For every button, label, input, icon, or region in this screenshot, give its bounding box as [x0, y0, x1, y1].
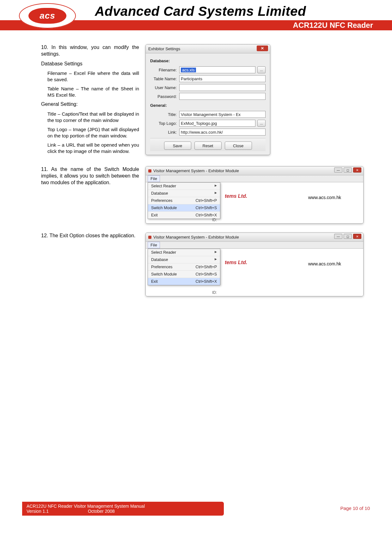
menu-switch-label: Switch Module [151, 206, 177, 210]
db-heading: Database Settings [41, 61, 139, 67]
lbl-user: User Name: [150, 85, 179, 90]
menu-bar: File [146, 175, 363, 182]
page-header: acs Advanced Card Systems Limited ACR122… [0, 0, 392, 35]
menu-select-reader-label: Select Reader [151, 184, 176, 188]
reset-button[interactable]: Reset [194, 142, 222, 150]
lbl-link: Link: [150, 130, 179, 135]
dialog-body: Database: Filename: acs.xls ... Table Na… [146, 53, 270, 155]
mod1-body: Select Reader ▶ Database ▶ Preferences C… [146, 182, 363, 223]
menu-switch-shortcut: Ctrl+Shift+S [196, 272, 217, 276]
input-user[interactable] [179, 84, 266, 91]
lbl-filename: Filename: [150, 68, 179, 72]
maximize-icon[interactable]: ◻ [344, 234, 352, 239]
close-button[interactable]: Close [225, 142, 252, 150]
mod1-title: Visitor Management System - Exhibitor Mo… [153, 168, 239, 173]
window-buttons: — ◻ ✕ [334, 234, 361, 239]
chevron-right-icon: ▶ [215, 191, 217, 196]
step-12-figure: Visitor Management System - Exhibitor Mo… [145, 233, 364, 296]
step-12-row: 12. The Exit Option closes the applicati… [41, 233, 364, 296]
input-table[interactable]: Participants [179, 75, 266, 82]
lbl-table: Table Name: [150, 76, 179, 81]
menu-preferences[interactable]: Preferences Ctrl+Shift+P [148, 197, 220, 204]
menu-preferences-shortcut: Ctrl+Shift+P [196, 265, 217, 269]
brand-url: www.acs.com.hk [308, 261, 341, 266]
group-database: Database: [150, 57, 266, 64]
group-general: General: [150, 102, 266, 109]
footer-date: October 2008 [88, 509, 115, 514]
footer-line1: ACR122U NFC Reader Visitor Management Sy… [27, 504, 219, 509]
chevron-right-icon: ▶ [215, 184, 217, 188]
val-filename: acs.xls [181, 68, 196, 72]
row-pass: Password: [150, 93, 266, 100]
id-label: ID: [212, 218, 217, 222]
minimize-icon[interactable]: — [334, 167, 342, 173]
footer-red: ACR122U NFC Reader Visitor Management Sy… [22, 502, 224, 516]
file-menu-dropdown: Select Reader ▶ Database ▶ Preferences C… [148, 182, 220, 219]
row-logo: Top Logo: ExMod_Toplogo.jpg ... [150, 120, 266, 127]
menu-database-label: Database [151, 191, 168, 196]
menu-bar: File [146, 242, 363, 249]
menu-file[interactable]: File [148, 242, 160, 248]
footer-page: Page 10 of 10 [340, 506, 370, 511]
save-button[interactable]: Save [164, 142, 191, 150]
gen-title-desc: Title – Caption/Text that will be displa… [41, 111, 139, 123]
input-pass[interactable] [179, 93, 266, 100]
menu-preferences-label: Preferences [151, 198, 172, 203]
lbl-pass: Password: [150, 94, 179, 99]
id-label: ID: [212, 290, 217, 295]
menu-exit[interactable]: Exit Ctrl+Shift+X [148, 212, 220, 219]
row-table: Table Name: Participants [150, 75, 266, 82]
logo-text: acs [28, 8, 66, 24]
close-icon[interactable]: ✕ [257, 45, 268, 51]
menu-database[interactable]: Database ▶ [148, 190, 220, 197]
menu-switch-label: Switch Module [151, 272, 177, 276]
menu-switch-module[interactable]: Switch Module Ctrl+Shift+S [148, 204, 220, 212]
input-link[interactable]: http://www.acs.com.hk/ [179, 129, 266, 136]
row-title: Title: Visitor Management System - Ex [150, 111, 266, 118]
menu-file[interactable]: File [148, 175, 160, 182]
menu-preferences[interactable]: Preferences Ctrl+Shift+P [148, 263, 220, 271]
brand-url: www.acs.com.hk [308, 195, 341, 200]
row-link: Link: http://www.acs.com.hk/ [150, 129, 266, 136]
close-icon[interactable]: ✕ [353, 167, 361, 173]
maximize-icon[interactable]: ◻ [344, 167, 352, 173]
step-11-figure: Visitor Management System - Exhibitor Mo… [145, 166, 364, 224]
minimize-icon[interactable]: — [334, 234, 342, 239]
menu-exit-shortcut: Ctrl+Shift+X [196, 213, 217, 217]
brand-fragment: tems Ltd. [225, 260, 247, 265]
brand-fragment: tems Ltd. [225, 193, 247, 199]
menu-database-label: Database [151, 257, 168, 262]
input-filename[interactable]: acs.xls [179, 66, 255, 73]
input-logo[interactable]: ExMod_Toplogo.jpg [179, 120, 255, 127]
app-icon [148, 169, 151, 173]
mod2-body: Select Reader ▶ Database ▶ Preferences C… [146, 249, 363, 296]
mod2-titlebar: Visitor Management System - Exhibitor Mo… [146, 233, 363, 242]
row-user: User Name: [150, 84, 266, 91]
footer-version: Version 1.1 [27, 509, 49, 514]
menu-switch-module[interactable]: Switch Module Ctrl+Shift+S [148, 271, 220, 278]
step-11-row: 11. As the name of the Switch Module imp… [41, 166, 364, 224]
menu-exit[interactable]: Exit Ctrl+Shift+X [148, 278, 220, 285]
exhibitor-settings-dialog: Exhibitor Settings ✕ Database: Filename:… [145, 44, 270, 155]
company-name: Advanced Card Systems Limited [95, 4, 306, 19]
menu-select-reader[interactable]: Select Reader ▶ [148, 249, 220, 256]
window-buttons: — ◻ ✕ [334, 167, 361, 173]
menu-database[interactable]: Database ▶ [148, 256, 220, 263]
input-title[interactable]: Visitor Management System - Ex [179, 111, 266, 118]
step-10-intro: 10. In this window, you can modify the s… [41, 44, 139, 58]
menu-select-reader-label: Select Reader [151, 250, 176, 255]
db-table-desc: Table Name – The name of the Sheet in MS… [41, 86, 139, 98]
menu-switch-shortcut: Ctrl+Shift+S [196, 206, 217, 210]
app-icon [148, 236, 151, 239]
step-12-text: 12. The Exit Option closes the applicati… [41, 233, 139, 296]
browse-filename-button[interactable]: ... [257, 66, 266, 73]
close-icon[interactable]: ✕ [353, 234, 361, 239]
menu-exit-label: Exit [151, 213, 158, 217]
step-10-row: 10. In this window, you can modify the s… [41, 44, 364, 157]
dialog-titlebar: Exhibitor Settings ✕ [146, 45, 270, 53]
dialog-button-row: Save Reset Close [150, 138, 266, 151]
browse-logo-button[interactable]: ... [257, 120, 266, 127]
menu-select-reader[interactable]: Select Reader ▶ [148, 183, 220, 190]
mod1-titlebar: Visitor Management System - Exhibitor Mo… [146, 167, 363, 175]
chevron-right-icon: ▶ [215, 257, 217, 262]
